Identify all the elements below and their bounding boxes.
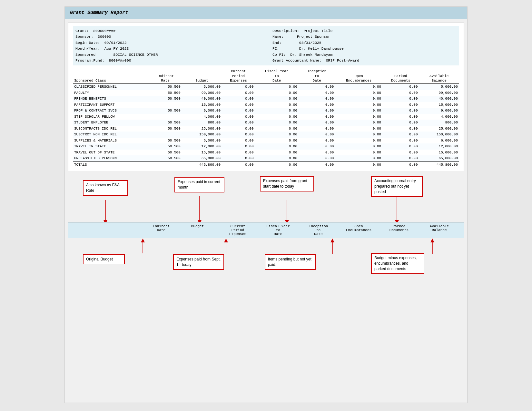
cell-parked: 0.00 [382,132,419,138]
cell-incep: 0.00 [299,114,335,120]
col-label-indirect: IndirectRate [145,224,177,236]
cell-curr: 0.00 [222,84,255,90]
cell-curr: 0.00 [222,90,255,96]
pending-annotation: Items pending but not yet paid. [265,254,316,270]
cell-budget: 65,000.00 [182,155,222,161]
cell-incep: 0.00 [299,120,335,126]
grant-line: Grant: 800000#### [75,28,260,34]
cell-fy: 0.00 [255,150,299,156]
cell-fy: 0.00 [255,132,299,138]
cell-fy: 0.00 [255,102,299,108]
cell-enc: 0.00 [335,90,382,96]
cell-class: TRAVEL IN STATE [73,143,149,150]
cell-avail: 15,000.00 [419,150,459,156]
cell-rate: 50.500 [149,155,182,161]
cell-rate: 50.500 [149,120,182,126]
cell-avail: 4,000.00 [419,114,459,120]
report-container: Grant: 800000#### Sponsor: 300000 Begin … [68,23,464,171]
fa-rate-annotation: Also known as F&A Rate [83,180,128,196]
cell-curr: 0.00 [222,120,255,126]
th-open-enc: OpenEncumbrances [335,68,382,84]
sponsored-line: Sponsored SOCIAL SCIENCE OTHER [75,52,260,58]
cell-parked: 0.00 [382,108,419,114]
table-row: PROF & CONTRACT SVCS 50.500 9,000.00 0.0… [73,108,459,114]
sponsor-line: Sponsor: 300000 [75,34,260,40]
cell-fy: 0.00 [255,155,299,161]
cell-fy: 0.00 [255,84,299,90]
cell-enc: 0.00 [335,138,382,144]
cell-rate: 50.500 [149,84,182,90]
cell-enc: 0.00 [335,114,382,120]
report-table: Sponsored Class IndirectRate Budget Curr… [73,68,459,168]
cell-totals-label: TOTALS: [73,161,149,168]
table-row: STIP SCHOLAR FELLOW 4,000.00 0.00 0.00 0… [73,114,459,120]
col-label-avail: AvailableBalance [419,224,459,236]
col-label-class [73,224,145,236]
cell-enc: 0.00 [335,143,382,150]
cell-class: STUDENT EMPLOYEE [73,120,149,126]
th-indirect-rate: IndirectRate [149,68,182,84]
cell-class: SUBCTRCT NON IDC REL [73,132,149,138]
cell-curr: 0.00 [222,96,255,102]
cell-totals-rate [149,161,182,168]
cell-budget: 6,000.00 [182,138,222,144]
meta-section: Grant: 800000#### Sponsor: 300000 Begin … [73,26,459,65]
cell-budget: 99,000.00 [182,90,222,96]
ga-line: Grant Accountant Name: ORSP Post-Award [272,58,457,64]
cell-enc: 0.00 [335,132,382,138]
cell-fy: 0.00 [255,120,299,126]
col-label-parked: ParkedDocuments [379,224,419,236]
cell-avail: 65,000.00 [419,155,459,161]
cell-fy: 0.00 [255,90,299,96]
cell-rate [149,102,182,108]
month-year-line: Month/Year: Aug FY 2023 [75,46,260,52]
cell-avail: 6,000.00 [419,138,459,144]
cell-avail: 12,000.00 [419,143,459,150]
cell-fy: 0.00 [255,143,299,150]
sept-expenses-annotation: Expenses paid from Sept. 1 - today [173,254,224,270]
description-line: Description: Project Title [272,28,457,34]
meta-right: Description: Project Title Name: Project… [272,28,457,64]
cell-enc: 0.00 [335,120,382,126]
cell-rate: 50.500 [149,90,182,96]
cell-rate [149,132,182,138]
cell-budget: 150,000.00 [182,132,222,138]
annotations-section: Also known as F&A Rate Expenses paid in … [68,174,464,297]
th-current-period: CurrentPeriodExpenses [222,68,255,84]
cell-budget: 9,000.00 [182,108,222,114]
cell-curr: 0.00 [222,108,255,114]
cell-class: PARTICIPANT SUPPORT [73,102,149,108]
cell-avail: 99,000.00 [419,90,459,96]
cell-budget: 800.00 [182,120,222,126]
cell-rate: 50.500 [149,143,182,150]
col-label-open: OpenEncumbrances [339,224,379,236]
cell-enc: 0.00 [335,102,382,108]
cell-class: FACULTY [73,90,149,96]
pi-line: PI: Dr. Kelly Damphousse [272,46,457,52]
cell-class: FRINGE BENEFITS [73,96,149,102]
cell-avail: 800.00 [419,120,459,126]
report-table-section: Sponsored Class IndirectRate Budget Curr… [73,68,459,168]
cell-fy: 0.00 [255,138,299,144]
th-available-bal: AvailableBalance [419,68,459,84]
cell-totals-avail: 445,800.00 [419,161,459,168]
totals-row: TOTALS: 445,800.00 0.00 0.00 0.00 0.00 0… [73,161,459,168]
th-budget: Budget [182,68,222,84]
inception-expenses-annotation: Expenses paid from grant start date to t… [260,176,314,191]
cell-enc: 0.00 [335,150,382,156]
cell-enc: 0.00 [335,126,382,132]
cell-totals-budget: 445,800.00 [182,161,222,168]
cell-avail: 40,000.00 [419,96,459,102]
cell-totals-enc: 0.00 [335,161,382,168]
cell-incep: 0.00 [299,143,335,150]
original-budget-annotation: Original Budget [83,254,125,264]
cell-avail: 25,000.00 [419,126,459,132]
cell-totals-fy: 0.00 [255,161,299,168]
cell-class: STIP SCHOLAR FELLOW [73,114,149,120]
cell-parked: 0.00 [382,138,419,144]
th-sponsored-class: Sponsored Class [73,68,149,84]
cell-parked: 0.00 [382,114,419,120]
budget-minus-annotation: Budget minus expenses, encumbrances, and… [371,253,424,274]
cell-fy: 0.00 [255,126,299,132]
title-bar: Grant Summary Report [65,7,467,19]
